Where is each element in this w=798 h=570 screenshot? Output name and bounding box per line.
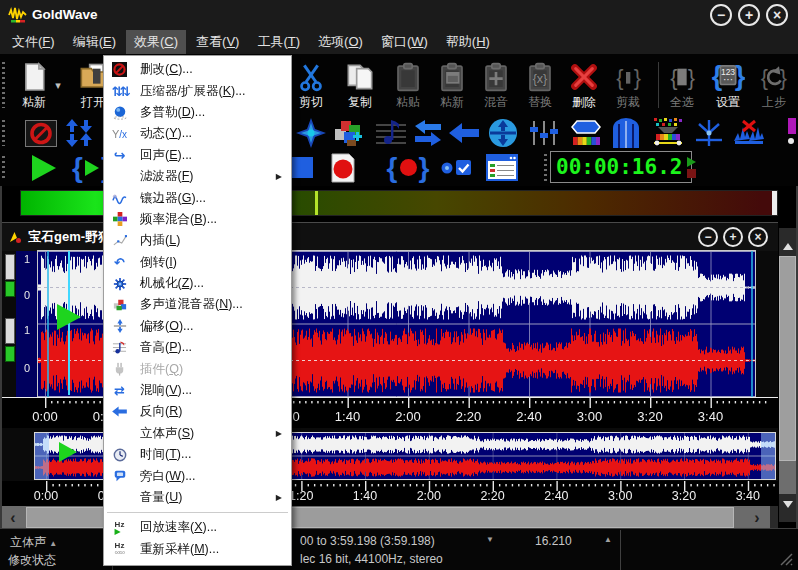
effect-button-spectrum[interactable] (651, 117, 685, 149)
toolbar-drag-handle[interactable] (2, 62, 5, 108)
effects-menu-item[interactable]: 滤波器(F)▶ (104, 166, 291, 187)
compress-arrows-icon (65, 119, 93, 147)
scroll-down-icon[interactable] (779, 496, 796, 512)
toolbar-button-undo[interactable]: {}上步 (750, 58, 798, 111)
toolbar-button-delete[interactable]: 删除 (560, 58, 608, 111)
transport-button-play[interactable] (22, 151, 66, 184)
timeline-label: 3:20 (672, 489, 696, 503)
effect-button-filter[interactable] (569, 117, 603, 149)
toolbar-button-paste[interactable]: 粘贴 (384, 58, 432, 111)
toolbar-drag-handle[interactable] (544, 154, 547, 182)
effects-menu-item[interactable]: ⇅⇅压缩器/扩展器(K)... (104, 80, 291, 101)
effect-button-reverb[interactable] (411, 117, 445, 149)
effects-menu-item[interactable]: 镶边器(G)... (104, 187, 291, 208)
replace-icon: {x} (516, 58, 564, 92)
swap-arrows-icon (413, 120, 443, 146)
toolbar-button-settings[interactable]: {}123···设置 (704, 58, 752, 111)
menubar-item-options[interactable]: 选项(O) (310, 30, 371, 54)
scroll-right-icon[interactable]: › (746, 506, 768, 529)
effects-menu-item[interactable]: 内插(L) (104, 230, 291, 251)
toolbar-button-copy[interactable]: 复制 (336, 58, 384, 111)
effects-menu-item[interactable]: 反向(R) (104, 401, 291, 422)
right-channel-slider-knob[interactable] (5, 346, 15, 362)
playback-marker-icon[interactable] (57, 304, 81, 330)
menubar-item-edit[interactable]: 编辑(E) (65, 30, 124, 54)
effects-menu-item[interactable]: ↶倒转(I) (104, 252, 291, 273)
sound-minimize-button[interactable]: − (698, 227, 718, 247)
effect-button-channel-mixer[interactable] (331, 117, 365, 149)
effects-menu-item[interactable]: 立体声(S)▶ (104, 423, 291, 444)
effects-menu-item[interactable]: 多普勒(D)... (104, 102, 291, 123)
left-channel-slider-knob[interactable] (5, 281, 15, 297)
menubar-item-view[interactable]: 查看(V) (188, 30, 247, 54)
cut-icon (287, 58, 335, 92)
sound-close-button[interactable]: × (748, 227, 768, 247)
doppler-icon-icon (111, 105, 128, 120)
toolbar-button-mix[interactable]: 混音 (472, 58, 520, 111)
effects-menu-item[interactable]: 机械化(Z)... (104, 273, 291, 294)
menubar-item-tools[interactable]: 工具(T) (249, 30, 308, 54)
menubar-item-help[interactable]: 帮助(H) (438, 30, 498, 54)
selection-range-field[interactable]: 00 to 3:59.198 (3:59.198) (300, 534, 435, 548)
effects-menu-item[interactable]: ⇄混响(V)... (104, 380, 291, 401)
menubar-item-window[interactable]: 窗口(W) (373, 30, 436, 54)
maximize-button[interactable]: + (738, 4, 760, 26)
level-meter-end-cap (772, 191, 777, 215)
timeline-label: 3:40 (736, 489, 760, 503)
toolbar-button-trim[interactable]: {}剪裁 (604, 58, 652, 111)
vertical-scrollbar[interactable] (779, 228, 796, 522)
toolbar-drag-handle[interactable] (2, 120, 5, 146)
effects-menu-item[interactable]: 偏移(O)... (104, 316, 291, 337)
effects-menu-item: 插件(Q) (104, 358, 291, 379)
transport-button-record[interactable] (321, 151, 365, 184)
close-button[interactable]: × (766, 4, 788, 26)
position-field[interactable]: 16.210 (535, 534, 572, 548)
channel-mode-selector[interactable]: 立体声 ▲ (10, 534, 57, 551)
svg-text:{: { (670, 65, 677, 90)
transport-button-record-selection[interactable]: {} (386, 151, 430, 184)
toolbar-button-paste-new[interactable]: 粘新 (428, 58, 476, 111)
effects-menu-item[interactable]: Hz▶回放速率(X)... (104, 517, 291, 538)
equalizer-icon (529, 119, 559, 147)
effect-button-gate[interactable] (609, 117, 643, 149)
effects-menu-item[interactable]: 多声道混音器(N)... (104, 294, 291, 315)
effect-button-equalizer[interactable] (527, 117, 561, 149)
menubar-item-file[interactable]: 文件(F) (4, 30, 63, 54)
left-channel-slider-track[interactable] (5, 254, 15, 280)
toolbar-drag-handle[interactable] (2, 156, 5, 180)
selection-dropdown-icon[interactable]: ▼ (486, 535, 494, 544)
effects-menu-item[interactable]: Y/x动态(Y)... (104, 123, 291, 144)
effects-menu-item[interactable]: 删改(C)... (104, 59, 291, 80)
transport-button-monitor[interactable] (434, 151, 478, 184)
menubar-item-effects[interactable]: 效果(C) (126, 30, 186, 54)
effect-button-modify[interactable] (24, 117, 58, 149)
effect-button-offset[interactable] (486, 117, 520, 149)
toolbar-button-select-all[interactable]: {}全选 (658, 58, 706, 111)
scroll-left-icon[interactable]: ‹ (2, 506, 24, 529)
resize-grip[interactable] (778, 551, 793, 566)
effects-menu-item[interactable]: 音量(U)▶ (104, 487, 291, 508)
right-channel-slider-track[interactable] (5, 318, 15, 344)
effects-menu-item[interactable]: Hz∞∞重新采样(M)... (104, 539, 291, 560)
transport-button-queue[interactable] (480, 151, 524, 184)
effect-button-compressor[interactable] (62, 117, 96, 149)
effects-menu-item[interactable]: 时间(T)... (104, 444, 291, 465)
position-up-icon[interactable]: ▲ (604, 535, 612, 544)
scroll-up-icon[interactable] (779, 238, 796, 254)
effects-menu-item[interactable]: 频率混合(B)... (104, 209, 291, 230)
vertical-scrollbar-thumb[interactable] (779, 256, 796, 461)
toolbar-button-replace[interactable]: {x}替换 (516, 58, 564, 111)
effect-button-interpolate[interactable] (692, 117, 726, 149)
minimize-button[interactable]: − (710, 4, 732, 26)
effects-menu-item[interactable]: ↪回声(E)... (104, 145, 291, 166)
effect-button-edge[interactable] (774, 117, 798, 149)
sound-maximize-button[interactable]: + (723, 227, 743, 247)
overview-playback-marker-icon[interactable] (59, 442, 77, 462)
effects-menu-item[interactable]: 音高(P)... (104, 337, 291, 358)
effects-menu-item[interactable]: 旁白(W)... (104, 465, 291, 486)
effect-button-noise-reduction[interactable] (732, 117, 766, 149)
effect-button-pitch[interactable] (374, 117, 408, 149)
effect-button-mechanize[interactable] (294, 117, 328, 149)
toolbar-button-cut[interactable]: 剪切 (287, 58, 335, 111)
effect-button-reverse[interactable] (447, 117, 481, 149)
